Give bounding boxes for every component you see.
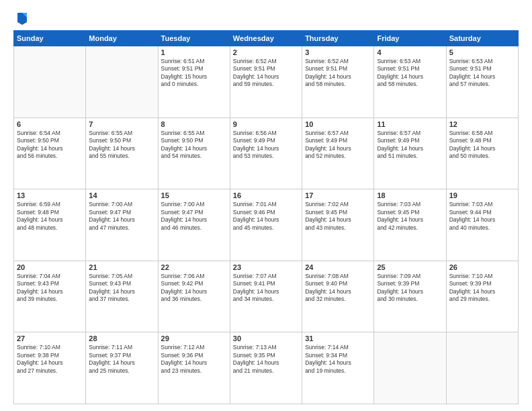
day-number: 23 — [233, 263, 299, 271]
calendar-day-cell: 7Sunrise: 6:55 AM Sunset: 9:50 PM Daylig… — [86, 118, 158, 189]
calendar-day-cell: 13Sunrise: 6:59 AM Sunset: 9:48 PM Dayli… — [14, 189, 86, 261]
day-number: 17 — [305, 191, 371, 199]
day-number: 10 — [305, 120, 371, 128]
day-number: 4 — [377, 48, 443, 56]
calendar-day-cell: 4Sunrise: 6:53 AM Sunset: 9:51 PM Daylig… — [374, 46, 446, 118]
calendar-week-row: 6Sunrise: 6:54 AM Sunset: 9:50 PM Daylig… — [14, 118, 519, 189]
calendar-day-cell: 6Sunrise: 6:54 AM Sunset: 9:50 PM Daylig… — [14, 118, 86, 189]
day-info: Sunrise: 6:54 AM Sunset: 9:50 PM Dayligh… — [17, 130, 83, 161]
calendar-week-row: 20Sunrise: 7:04 AM Sunset: 9:43 PM Dayli… — [14, 261, 519, 332]
weekday-header: Friday — [374, 31, 446, 46]
day-info: Sunrise: 6:57 AM Sunset: 9:49 PM Dayligh… — [305, 130, 371, 161]
day-info: Sunrise: 6:55 AM Sunset: 9:50 PM Dayligh… — [161, 130, 227, 161]
day-number: 13 — [17, 191, 83, 199]
day-info: Sunrise: 7:03 AM Sunset: 9:44 PM Dayligh… — [449, 201, 515, 232]
day-number: 11 — [377, 120, 443, 128]
calendar-day-cell: 28Sunrise: 7:11 AM Sunset: 9:37 PM Dayli… — [86, 332, 158, 404]
calendar-day-cell: 29Sunrise: 7:12 AM Sunset: 9:36 PM Dayli… — [158, 332, 230, 404]
day-number: 21 — [89, 263, 154, 271]
day-number: 7 — [89, 120, 154, 128]
calendar-header-row: SundayMondayTuesdayWednesdayThursdayFrid… — [14, 31, 519, 46]
calendar-day-cell: 31Sunrise: 7:14 AM Sunset: 9:34 PM Dayli… — [302, 332, 374, 404]
logo — [13, 10, 28, 25]
calendar-week-row: 27Sunrise: 7:10 AM Sunset: 9:38 PM Dayli… — [14, 332, 519, 404]
calendar-day-cell: 12Sunrise: 6:58 AM Sunset: 9:48 PM Dayli… — [446, 118, 518, 189]
weekday-header: Wednesday — [230, 31, 302, 46]
day-number: 30 — [233, 334, 299, 342]
calendar-day-cell: 8Sunrise: 6:55 AM Sunset: 9:50 PM Daylig… — [158, 118, 230, 189]
calendar-day-cell: 26Sunrise: 7:10 AM Sunset: 9:39 PM Dayli… — [446, 261, 518, 332]
calendar-day-cell: 5Sunrise: 6:53 AM Sunset: 9:51 PM Daylig… — [446, 46, 518, 118]
calendar-day-cell: 15Sunrise: 7:00 AM Sunset: 9:47 PM Dayli… — [158, 189, 230, 261]
day-info: Sunrise: 7:09 AM Sunset: 9:39 PM Dayligh… — [377, 273, 443, 304]
calendar-table: SundayMondayTuesdayWednesdayThursdayFrid… — [13, 30, 519, 404]
day-number: 15 — [161, 191, 227, 199]
calendar-day-cell: 23Sunrise: 7:07 AM Sunset: 9:41 PM Dayli… — [230, 261, 302, 332]
day-number: 28 — [89, 334, 154, 342]
calendar-day-cell: 18Sunrise: 7:03 AM Sunset: 9:45 PM Dayli… — [374, 189, 446, 261]
calendar-day-cell: 21Sunrise: 7:05 AM Sunset: 9:43 PM Dayli… — [86, 261, 158, 332]
weekday-header: Saturday — [446, 31, 518, 46]
page: SundayMondayTuesdayWednesdayThursdayFrid… — [0, 0, 532, 411]
day-number: 19 — [449, 191, 515, 199]
day-info: Sunrise: 7:08 AM Sunset: 9:40 PM Dayligh… — [305, 273, 371, 304]
day-info: Sunrise: 7:07 AM Sunset: 9:41 PM Dayligh… — [233, 273, 299, 304]
calendar-day-cell: 2Sunrise: 6:52 AM Sunset: 9:51 PM Daylig… — [230, 46, 302, 118]
calendar-day-cell: 27Sunrise: 7:10 AM Sunset: 9:38 PM Dayli… — [14, 332, 86, 404]
day-info: Sunrise: 6:59 AM Sunset: 9:48 PM Dayligh… — [17, 201, 83, 232]
day-info: Sunrise: 7:00 AM Sunset: 9:47 PM Dayligh… — [89, 201, 154, 232]
day-number: 20 — [17, 263, 83, 271]
calendar-day-cell: 14Sunrise: 7:00 AM Sunset: 9:47 PM Dayli… — [86, 189, 158, 261]
day-number: 29 — [161, 334, 227, 342]
day-info: Sunrise: 6:57 AM Sunset: 9:49 PM Dayligh… — [377, 130, 443, 161]
calendar-day-cell: 30Sunrise: 7:13 AM Sunset: 9:35 PM Dayli… — [230, 332, 302, 404]
calendar-day-cell: 1Sunrise: 6:51 AM Sunset: 9:51 PM Daylig… — [158, 46, 230, 118]
day-info: Sunrise: 7:00 AM Sunset: 9:47 PM Dayligh… — [161, 201, 227, 232]
day-info: Sunrise: 6:51 AM Sunset: 9:51 PM Dayligh… — [161, 58, 227, 89]
day-info: Sunrise: 6:52 AM Sunset: 9:51 PM Dayligh… — [305, 58, 371, 89]
calendar-day-cell: 20Sunrise: 7:04 AM Sunset: 9:43 PM Dayli… — [14, 261, 86, 332]
day-number: 27 — [17, 334, 83, 342]
day-number: 26 — [449, 263, 515, 271]
calendar-day-cell — [446, 332, 518, 404]
calendar-day-cell: 11Sunrise: 6:57 AM Sunset: 9:49 PM Dayli… — [374, 118, 446, 189]
calendar-day-cell: 3Sunrise: 6:52 AM Sunset: 9:51 PM Daylig… — [302, 46, 374, 118]
day-info: Sunrise: 7:11 AM Sunset: 9:37 PM Dayligh… — [89, 344, 154, 375]
day-number: 3 — [305, 48, 371, 56]
day-number: 22 — [161, 263, 227, 271]
day-number: 6 — [17, 120, 83, 128]
day-info: Sunrise: 7:10 AM Sunset: 9:39 PM Dayligh… — [449, 273, 515, 304]
weekday-header: Sunday — [14, 31, 86, 46]
day-info: Sunrise: 7:10 AM Sunset: 9:38 PM Dayligh… — [17, 344, 83, 375]
day-number: 1 — [161, 48, 227, 56]
calendar-day-cell: 9Sunrise: 6:56 AM Sunset: 9:49 PM Daylig… — [230, 118, 302, 189]
calendar-day-cell: 25Sunrise: 7:09 AM Sunset: 9:39 PM Dayli… — [374, 261, 446, 332]
calendar-day-cell — [86, 46, 158, 118]
calendar-day-cell: 10Sunrise: 6:57 AM Sunset: 9:49 PM Dayli… — [302, 118, 374, 189]
day-number: 31 — [305, 334, 371, 342]
calendar-day-cell: 19Sunrise: 7:03 AM Sunset: 9:44 PM Dayli… — [446, 189, 518, 261]
day-number: 18 — [377, 191, 443, 199]
day-info: Sunrise: 7:02 AM Sunset: 9:45 PM Dayligh… — [305, 201, 371, 232]
day-info: Sunrise: 7:14 AM Sunset: 9:34 PM Dayligh… — [305, 344, 371, 375]
day-number: 8 — [161, 120, 227, 128]
day-info: Sunrise: 7:13 AM Sunset: 9:35 PM Dayligh… — [233, 344, 299, 375]
day-info: Sunrise: 6:58 AM Sunset: 9:48 PM Dayligh… — [449, 130, 515, 161]
weekday-header: Thursday — [302, 31, 374, 46]
calendar-day-cell: 17Sunrise: 7:02 AM Sunset: 9:45 PM Dayli… — [302, 189, 374, 261]
calendar-day-cell: 22Sunrise: 7:06 AM Sunset: 9:42 PM Dayli… — [158, 261, 230, 332]
day-number: 14 — [89, 191, 154, 199]
day-info: Sunrise: 7:05 AM Sunset: 9:43 PM Dayligh… — [89, 273, 154, 304]
day-info: Sunrise: 6:55 AM Sunset: 9:50 PM Dayligh… — [89, 130, 154, 161]
day-info: Sunrise: 7:04 AM Sunset: 9:43 PM Dayligh… — [17, 273, 83, 304]
day-number: 24 — [305, 263, 371, 271]
day-info: Sunrise: 7:06 AM Sunset: 9:42 PM Dayligh… — [161, 273, 227, 304]
calendar-day-cell: 24Sunrise: 7:08 AM Sunset: 9:40 PM Dayli… — [302, 261, 374, 332]
header — [13, 10, 519, 25]
calendar-day-cell — [374, 332, 446, 404]
day-number: 5 — [449, 48, 515, 56]
day-info: Sunrise: 6:53 AM Sunset: 9:51 PM Dayligh… — [377, 58, 443, 89]
day-info: Sunrise: 6:56 AM Sunset: 9:49 PM Dayligh… — [233, 130, 299, 161]
day-info: Sunrise: 7:01 AM Sunset: 9:46 PM Dayligh… — [233, 201, 299, 232]
day-number: 9 — [233, 120, 299, 128]
